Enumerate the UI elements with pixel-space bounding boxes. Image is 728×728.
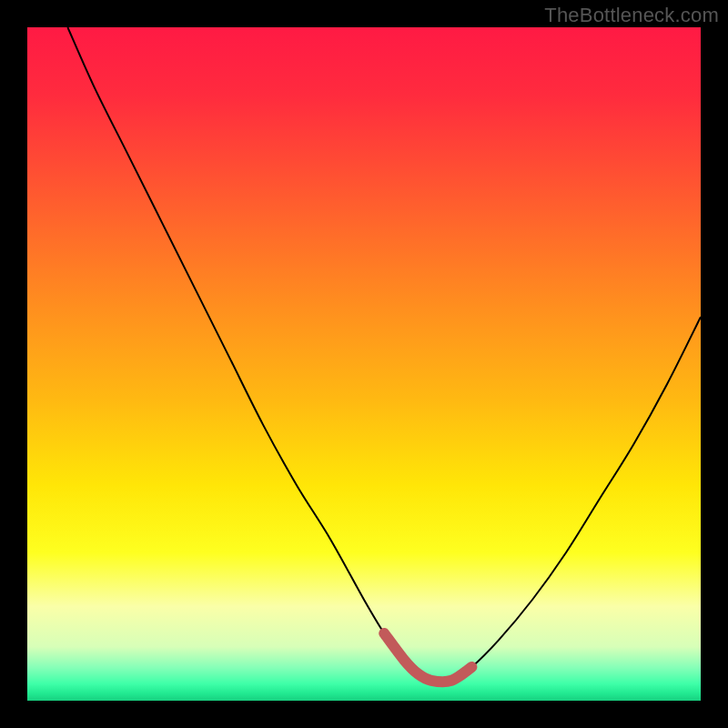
bottleneck-curve: [67, 27, 701, 682]
curve-svg: [27, 27, 701, 701]
plot-area: [27, 27, 701, 701]
optimal-range-highlight: [384, 633, 471, 682]
watermark-text: TheBottleneck.com: [544, 4, 719, 27]
chart-container: TheBottleneck.com: [0, 0, 728, 728]
